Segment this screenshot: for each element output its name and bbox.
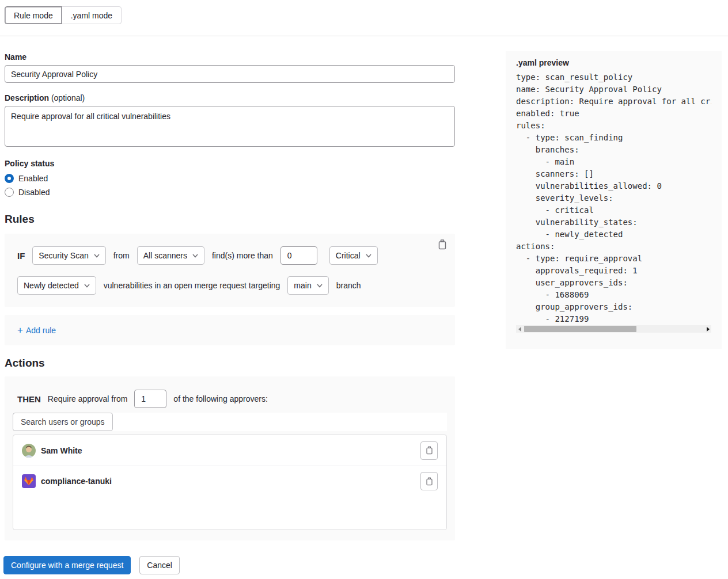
scrollbar-thumb[interactable] <box>524 326 636 332</box>
rule-row-1: IF Security Scan from All scanners find(… <box>17 246 443 265</box>
description-textarea[interactable]: Require approval for all critical vulner… <box>5 106 455 147</box>
radio-disabled[interactable]: Disabled <box>5 185 455 199</box>
mode-tabs: Rule mode .yaml mode <box>0 0 728 24</box>
scrollbar-track[interactable] <box>523 326 704 332</box>
approver-row: Sam White <box>13 435 446 466</box>
then-keyword: THEN <box>17 394 41 404</box>
chevron-down-icon <box>192 254 198 258</box>
approvers-list: Sam White complianc <box>13 435 447 530</box>
approver-search-input[interactable]: Search users or groups <box>13 413 113 431</box>
group-avatar <box>22 474 36 488</box>
add-rule-section: + Add rule <box>5 315 455 345</box>
yaml-preview-column: .yaml preview type: scan_result_policy n… <box>506 51 722 349</box>
delete-approver-button[interactable] <box>420 472 438 490</box>
delete-rule-button[interactable] <box>437 238 448 253</box>
action-card: THEN Require approval from of the follow… <box>5 376 455 540</box>
chevron-down-icon <box>84 284 90 288</box>
horizontal-scrollbar[interactable] <box>516 325 711 333</box>
branch-dropdown[interactable]: main <box>287 276 328 295</box>
delete-approver-button[interactable] <box>420 441 438 460</box>
rule-row-2: Newly detected vulnerabilities in an ope… <box>17 276 443 295</box>
yaml-code: type: scan_result_policy name: Security … <box>516 71 711 325</box>
scan-type-dropdown[interactable]: Security Scan <box>32 246 105 265</box>
approver-name: compliance-tanuki <box>41 477 112 486</box>
description-label: Description (optional) <box>5 93 455 102</box>
yaml-preview-title: .yaml preview <box>516 58 711 67</box>
approvals-required-input[interactable] <box>134 390 166 408</box>
trash-icon <box>426 446 433 455</box>
scroll-right-arrow-icon[interactable] <box>704 325 711 333</box>
policy-status-label: Policy status <box>5 159 455 168</box>
rule-card: IF Security Scan from All scanners find(… <box>5 234 455 307</box>
radio-enabled-dot[interactable] <box>5 174 14 183</box>
if-keyword: IF <box>17 251 25 261</box>
policy-editor: Name Description (optional) Require appr… <box>0 36 728 574</box>
chevron-down-icon <box>317 284 323 288</box>
chevron-down-icon <box>366 254 371 258</box>
radio-enabled[interactable]: Enabled <box>5 172 455 185</box>
rules-heading: Rules <box>5 213 455 226</box>
policy-status-radio-group: Enabled Disabled <box>5 172 455 199</box>
scroll-left-arrow-icon[interactable] <box>516 325 523 333</box>
form-footer: Configure with a merge request Cancel <box>3 556 455 574</box>
approver-search-bar: Search users or groups <box>13 413 447 431</box>
trash-icon <box>426 477 433 486</box>
yaml-preview-panel: .yaml preview type: scan_result_policy n… <box>506 51 722 349</box>
require-approval-label: Require approval from <box>48 394 128 403</box>
description-optional-hint: (optional) <box>51 93 85 102</box>
radio-enabled-label: Enabled <box>18 174 48 183</box>
tab-rule-mode[interactable]: Rule mode <box>5 6 62 24</box>
approver-name: Sam White <box>41 446 82 455</box>
finds-more-than-label: find(s) more than <box>212 251 273 260</box>
following-approvers-label: of the following approvers: <box>173 394 267 403</box>
then-row: THEN Require approval from of the follow… <box>13 390 447 408</box>
severity-dropdown[interactable]: Critical <box>329 246 378 265</box>
chevron-down-icon <box>94 254 100 258</box>
configure-merge-request-button[interactable]: Configure with a merge request <box>3 556 131 574</box>
targeting-label: vulnerabilities in an open merge request… <box>104 281 280 290</box>
radio-disabled-dot[interactable] <box>5 188 14 197</box>
approver-row: compliance-tanuki <box>13 466 446 496</box>
name-input[interactable] <box>5 65 455 83</box>
actions-heading: Actions <box>5 357 455 370</box>
policy-form: Name Description (optional) Require appr… <box>5 36 455 574</box>
vulnerabilities-count-input[interactable] <box>280 246 317 265</box>
add-rule-button[interactable]: + Add rule <box>17 325 56 335</box>
user-avatar <box>22 444 36 458</box>
radio-disabled-label: Disabled <box>18 188 50 197</box>
branch-label: branch <box>336 281 361 290</box>
plus-icon: + <box>17 325 23 335</box>
cancel-button[interactable]: Cancel <box>139 556 180 574</box>
vulnerability-state-dropdown[interactable]: Newly detected <box>17 276 96 295</box>
trash-icon <box>438 239 447 250</box>
tab-yaml-mode[interactable]: .yaml mode <box>62 6 122 24</box>
from-label: from <box>113 251 130 260</box>
name-label: Name <box>5 52 455 62</box>
scanners-dropdown[interactable]: All scanners <box>137 246 204 265</box>
